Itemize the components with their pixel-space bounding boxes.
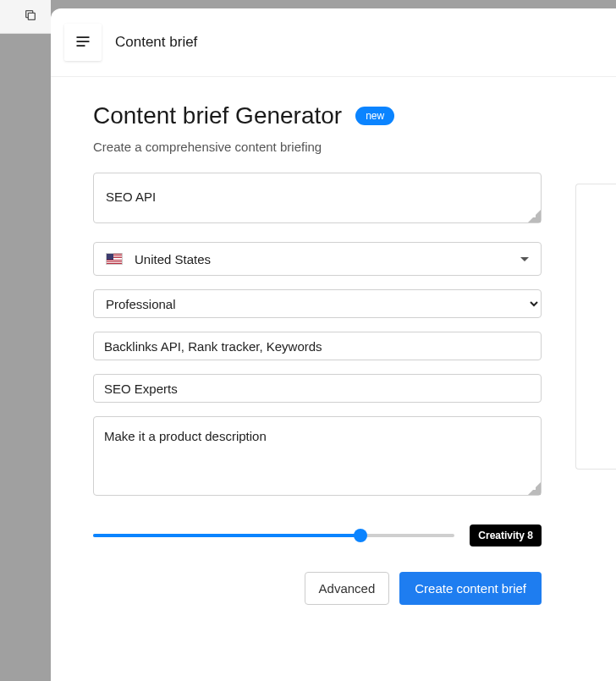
menu-icon	[74, 33, 91, 52]
background-toolbar	[0, 0, 51, 34]
svg-rect-3	[77, 45, 85, 47]
creativity-slider-row: Creativity 8	[93, 524, 542, 546]
menu-button[interactable]	[64, 24, 102, 61]
page-subtitle: Create a comprehensive content briefing	[93, 140, 574, 154]
side-output-panel	[575, 184, 616, 470]
create-content-brief-button[interactable]: Create content brief	[399, 572, 542, 605]
copy-icon	[24, 8, 37, 22]
creativity-badge: Creativity 8	[470, 524, 542, 546]
country-label: United States	[135, 252, 520, 266]
keyword-input[interactable]	[93, 173, 542, 223]
us-flag-icon	[106, 253, 123, 265]
modal-body: Content brief Generator new Create a com…	[51, 77, 616, 681]
slider-fill	[93, 534, 360, 537]
related-keywords-input[interactable]	[93, 332, 542, 360]
svg-rect-0	[28, 13, 35, 19]
extra-instructions-input[interactable]	[93, 416, 542, 496]
content-brief-modal: Content brief Content brief Generator ne…	[51, 8, 616, 681]
audience-input[interactable]	[93, 374, 542, 403]
modal-header: Content brief	[51, 8, 616, 77]
page-title: Content brief Generator	[93, 102, 342, 129]
button-row: Advanced Create content brief	[93, 572, 542, 605]
tone-select[interactable]: Professional	[93, 289, 542, 318]
creativity-slider[interactable]	[93, 527, 454, 544]
svg-rect-1	[77, 36, 90, 38]
slider-thumb[interactable]	[354, 529, 367, 542]
advanced-button[interactable]: Advanced	[305, 572, 390, 605]
slider-track	[93, 534, 454, 537]
svg-rect-2	[77, 41, 90, 42]
new-badge: new	[355, 107, 394, 125]
header-title: Content brief	[115, 34, 197, 51]
page-title-row: Content brief Generator new	[93, 102, 574, 129]
country-select[interactable]: United States	[93, 242, 542, 276]
chevron-down-icon	[520, 257, 529, 261]
